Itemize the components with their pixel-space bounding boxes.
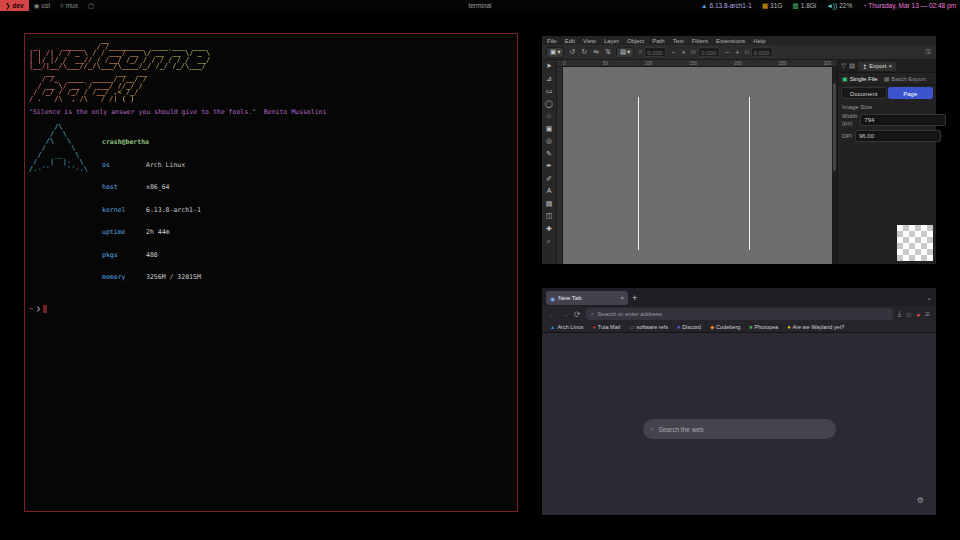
- url-input[interactable]: [597, 311, 887, 317]
- shell-prompt[interactable]: ~ ❯: [29, 305, 513, 313]
- menu-object[interactable]: Object: [627, 38, 644, 44]
- gear-icon[interactable]: ⚙: [917, 496, 924, 505]
- mesh-tool[interactable]: ◫: [544, 212, 555, 222]
- layers-dialog-icon[interactable]: ▤: [849, 62, 855, 70]
- x-value[interactable]: 0.000: [644, 47, 666, 57]
- close-icon[interactable]: ×: [889, 63, 893, 69]
- rotate-right-icon[interactable]: ↻: [580, 48, 588, 56]
- bookmark-discord[interactable]: ● Discord: [677, 324, 701, 330]
- canvas-vertical-scrollbar[interactable]: [832, 67, 837, 264]
- separator: ·: [820, 2, 822, 9]
- home-button[interactable]: ⌂: [906, 310, 911, 319]
- ruler-label: 150: [689, 61, 697, 66]
- node-tool[interactable]: ⊿: [544, 75, 555, 85]
- bookmark-are-we-wayland-yet[interactable]: ● Are we Wayland yet?: [787, 324, 844, 330]
- bookmark-folder-software-refs[interactable]: ▭ software refs: [629, 324, 668, 330]
- minus-icon[interactable]: −: [724, 49, 730, 56]
- inkscape-canvas[interactable]: [563, 67, 832, 264]
- pencil-tool[interactable]: ✎: [544, 150, 555, 160]
- menu-help[interactable]: Help: [753, 38, 765, 44]
- flip-horizontal-icon[interactable]: ⇋: [592, 48, 600, 56]
- workspace-mux[interactable]: ⌗ mux: [55, 0, 83, 11]
- text-tool[interactable]: A: [544, 187, 555, 197]
- objects-dialog-icon[interactable]: ▽: [841, 62, 846, 70]
- selector-tool[interactable]: ➤: [544, 62, 555, 72]
- bookmark-label: Photopea: [755, 324, 779, 330]
- user-host: crash@bertha: [102, 139, 201, 147]
- workspace-4[interactable]: ▢: [83, 0, 99, 11]
- downloads-button[interactable]: ⤓: [898, 309, 902, 319]
- tab-overflow-chevron[interactable]: ⌄: [926, 294, 932, 302]
- height-field[interactable]: H 0.000: [744, 47, 772, 57]
- browser-tab-new-tab[interactable]: ◉ New Tab ×: [546, 291, 628, 305]
- x-coordinate-field[interactable]: X 0.000: [638, 47, 666, 57]
- zoom-tool[interactable]: ⌕: [544, 237, 555, 247]
- document-button[interactable]: Document: [841, 87, 887, 99]
- menu-button[interactable]: ≡: [925, 310, 930, 319]
- menu-file[interactable]: File: [547, 38, 557, 44]
- rectangle-tool[interactable]: ▭: [544, 87, 555, 97]
- gradient-tool[interactable]: ▤: [544, 200, 555, 210]
- export-dpi-input[interactable]: [855, 130, 941, 142]
- lock-icon[interactable]: ⚿: [925, 48, 932, 56]
- menu-edit[interactable]: Edit: [565, 38, 575, 44]
- w-value[interactable]: 0.000: [698, 47, 720, 57]
- fetch-value: 3256M / 32015M: [146, 274, 201, 282]
- photopea-favicon: ■: [749, 324, 752, 330]
- menu-layer[interactable]: Layer: [604, 38, 619, 44]
- box-tool[interactable]: ▣: [544, 125, 555, 135]
- flip-vertical-icon[interactable]: ⇅: [604, 48, 612, 56]
- workspace-ust[interactable]: ◉ ust: [29, 0, 55, 11]
- workspace-dev[interactable]: ❯ dev: [0, 0, 29, 11]
- bookmark-label: Tuta Mail: [598, 324, 620, 330]
- pen-tool[interactable]: ✒: [544, 162, 555, 172]
- fetch-value: 2h 44m: [146, 229, 169, 237]
- reload-button[interactable]: ⟳: [574, 310, 581, 319]
- rotate-left-icon[interactable]: ↺: [568, 48, 576, 56]
- align-dropdown[interactable]: ▤ ▾: [616, 47, 634, 58]
- selection-mode-dropdown[interactable]: ▣ ▾: [546, 47, 564, 58]
- minus-icon[interactable]: −: [670, 49, 676, 56]
- url-bar[interactable]: ⌕: [586, 308, 893, 320]
- menu-path[interactable]: Path: [652, 38, 664, 44]
- menu-filters[interactable]: Filters: [692, 38, 708, 44]
- bookmark-photopea[interactable]: ■ Photopea: [749, 324, 778, 330]
- h-value[interactable]: 0.000: [751, 47, 773, 57]
- bookmark-arch-linux[interactable]: ▲ Arch Linux: [550, 324, 583, 330]
- batch-export-icon: ▦: [884, 75, 890, 82]
- web-search-input[interactable]: [658, 426, 827, 433]
- fetch-key: kernel: [102, 207, 146, 215]
- recording-indicator[interactable]: ●: [916, 311, 920, 318]
- page-button[interactable]: Page: [888, 87, 934, 99]
- plus-icon[interactable]: +: [734, 49, 740, 56]
- width-field[interactable]: W 0.000: [691, 47, 721, 57]
- single-file-tab[interactable]: ▣ Single File: [842, 75, 878, 82]
- export-tab-label: Export: [869, 63, 886, 69]
- forward-button[interactable]: →: [561, 310, 569, 319]
- web-search-box[interactable]: ⌕: [643, 419, 836, 439]
- spiral-tool[interactable]: ◎: [544, 137, 555, 147]
- bookmark-codeberg[interactable]: ◆ Codeberg: [710, 324, 740, 330]
- menu-text[interactable]: Text: [673, 38, 684, 44]
- new-tab-button[interactable]: +: [632, 294, 637, 303]
- export-panel: ▽ ▤ ↥ Export × ▣ Single File ▦ Batch Exp…: [837, 60, 936, 264]
- close-icon[interactable]: ×: [620, 295, 624, 301]
- back-button[interactable]: ←: [548, 310, 556, 319]
- dropper-tool[interactable]: ✚: [544, 225, 555, 235]
- plus-icon[interactable]: +: [680, 49, 686, 56]
- bookmark-tuta-mail[interactable]: ● Tuta Mail: [592, 324, 620, 330]
- menu-extensions[interactable]: Extensions: [716, 38, 745, 44]
- menu-view[interactable]: View: [583, 38, 596, 44]
- scrollbar-thumb[interactable]: [833, 83, 836, 172]
- batch-export-tab[interactable]: ▦ Batch Export: [884, 75, 926, 82]
- terminal-window[interactable]: __ _ _____ / /________ ____ ___ ___ | | …: [24, 33, 518, 512]
- window-icon: ▢: [88, 2, 94, 10]
- width-row: Width(px): [838, 111, 936, 128]
- export-dialog-tab[interactable]: ↥ Export ×: [858, 62, 896, 71]
- star-tool[interactable]: ☆: [544, 112, 555, 122]
- export-width-input[interactable]: [860, 114, 946, 126]
- calligraphy-tool[interactable]: ✐: [544, 175, 555, 185]
- ruler-label: 300: [823, 61, 831, 66]
- inkscape-window: File Edit View Layer Object Path Text Fi…: [542, 36, 936, 264]
- ellipse-tool[interactable]: ◯: [544, 100, 555, 110]
